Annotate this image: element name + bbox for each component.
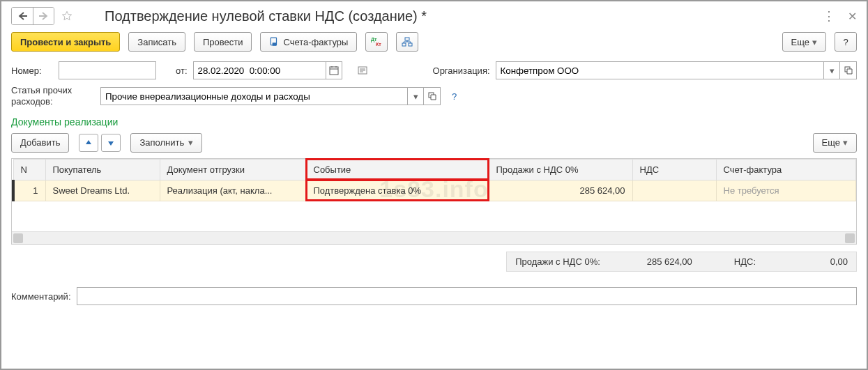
invoices-label: Счета-фактуры [283,37,348,47]
svg-rect-4 [405,38,409,40]
move-up-button[interactable] [79,134,98,152]
org-label: Организация: [433,65,490,76]
favorite-icon[interactable] [57,8,77,24]
expense-dropdown-icon[interactable]: ▾ [407,87,424,105]
number-input[interactable] [59,61,156,79]
col-doc[interactable]: Документ отгрузки [160,159,306,180]
cell-buyer[interactable]: Sweet Dreams Ltd. [45,180,160,201]
cell-vat[interactable] [632,180,716,201]
help-button[interactable]: ? [835,32,857,52]
post-and-close-button[interactable]: Провести и закрыть [11,32,120,52]
col-invoice[interactable]: Счет-фактура [716,159,856,180]
cell-sales[interactable]: 285 624,00 [489,180,632,201]
org-open-icon[interactable] [840,61,857,79]
total-vat-value: 0,00 [764,256,848,267]
kebab-menu-icon[interactable]: ⋮ [823,8,835,24]
col-sales[interactable]: Продажи с НДС 0% [489,159,632,180]
org-dropdown-icon[interactable]: ▾ [823,61,840,79]
add-button[interactable]: Добавить [11,133,69,153]
number-label: Номер: [11,65,53,76]
calendar-icon[interactable] [326,61,342,79]
expense-input[interactable] [100,87,407,105]
fill-button[interactable]: Заполнить ▾ [130,133,202,153]
comment-input[interactable] [77,287,858,305]
expense-help-icon[interactable]: ? [452,91,457,102]
section-more-label: Еще [822,137,840,148]
svg-rect-7 [330,67,338,75]
svg-rect-6 [409,43,412,46]
svg-rect-5 [402,43,406,46]
horizontal-scrollbar[interactable] [12,231,856,244]
col-buyer[interactable]: Покупатель [45,159,160,180]
more-button[interactable]: Еще ▾ [782,32,826,52]
date-input[interactable] [193,61,326,79]
structure-button[interactable] [396,32,418,52]
table-row[interactable]: 1 Sweet Dreams Ltd. Реализация (акт, нак… [13,180,856,201]
comment-label: Комментарий: [11,291,71,302]
total-sales-label: Продажи с НДС 0%: [515,256,600,267]
forward-button[interactable] [33,8,54,24]
expense-open-icon[interactable] [424,87,441,105]
table: N Покупатель Документ отгрузки Событие П… [11,158,857,245]
col-n[interactable]: N [13,159,45,180]
note-icon[interactable] [353,61,372,79]
svg-text:Кт: Кт [376,42,381,47]
table-header-row: N Покупатель Документ отгрузки Событие П… [13,159,856,180]
cell-event[interactable]: Подтверждена ставка 0% [306,180,489,201]
post-button[interactable]: Провести [194,32,252,52]
total-vat-label: НДС: [734,256,756,267]
col-event[interactable]: Событие [306,159,489,180]
page-title: Подтверждение нулевой ставки НДС (создан… [77,8,823,24]
from-label: от: [176,65,188,76]
section-more-button[interactable]: Еще ▾ [813,133,857,153]
move-down-button[interactable] [101,134,121,152]
cell-doc[interactable]: Реализация (акт, накла... [160,180,306,201]
fill-label: Заполнить [139,137,184,148]
svg-rect-1 [273,43,277,46]
col-vat[interactable]: НДС [632,159,716,180]
section-title: Документы реализации [1,111,867,130]
save-button[interactable]: Записать [128,32,185,52]
cell-n[interactable]: 1 [13,180,45,201]
cell-invoice[interactable]: Не требуется [716,180,856,201]
total-sales-value: 285 624,00 [609,256,692,267]
close-icon[interactable]: ✕ [848,10,857,23]
totals-block: Продажи с НДС 0%: 285 624,00 НДС: 0,00 [506,252,857,272]
org-input[interactable] [496,61,823,79]
more-label: Еще [791,37,809,47]
expense-label: Статья прочих расходов: [11,85,95,108]
invoices-button[interactable]: Счета-фактуры [260,32,357,52]
back-button[interactable] [12,8,33,24]
dt-kt-button[interactable]: ДтКт [365,32,388,52]
